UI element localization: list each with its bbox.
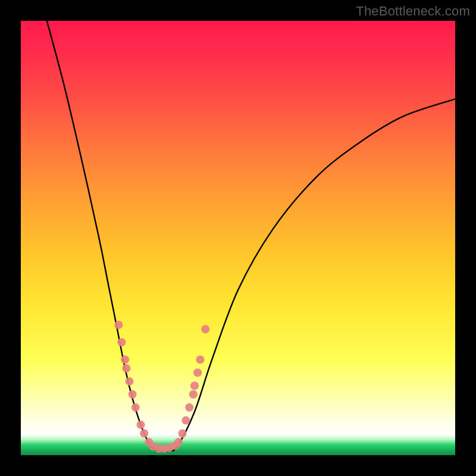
chart-markers [114,321,209,453]
chart-marker [140,430,148,438]
bottleneck-curve [47,21,455,452]
chart-marker [126,377,134,386]
chart-marker [131,403,140,412]
chart-frame: TheBottleneck.com [0,0,476,476]
chart-marker [189,390,198,399]
chart-marker [129,390,137,399]
watermark-text: TheBottleneck.com [356,4,470,19]
chart-marker [122,364,130,372]
chart-marker [136,421,145,429]
chart-marker [196,355,204,364]
chart-plot-area [21,21,455,455]
chart-marker [181,416,190,425]
chart-marker [174,438,183,446]
chart-marker [193,368,202,377]
chart-marker [121,355,129,364]
chart-marker [114,321,123,329]
chart-marker [117,338,126,346]
chart-marker [201,325,209,333]
chart-svg [21,21,455,455]
chart-marker [178,430,187,438]
chart-marker [185,403,193,412]
chart-marker [190,381,199,390]
